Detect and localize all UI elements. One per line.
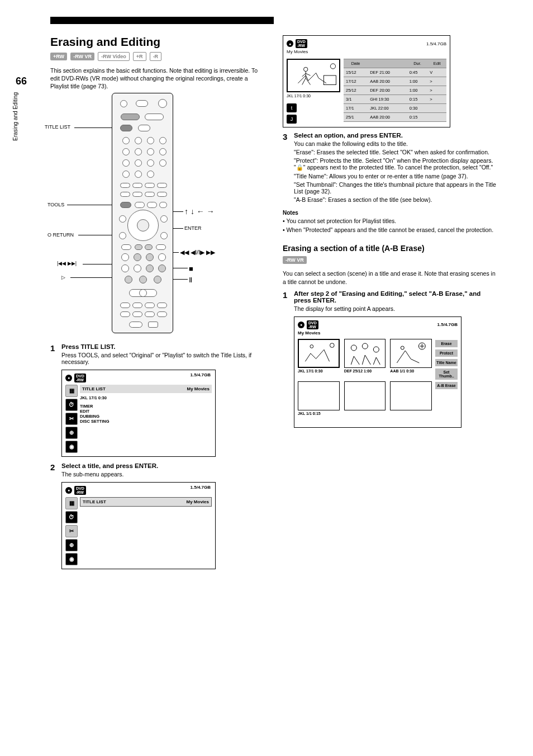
- label-tools: TOOLS: [47, 202, 64, 207]
- disc-badge: -RW VR: [70, 53, 94, 60]
- capacity-label: 1.5/4.7GB: [437, 322, 458, 327]
- osd-right-label: My Movies: [187, 499, 209, 504]
- note-item: • When "Protected" appears and the title…: [283, 226, 499, 234]
- label-play: ▷: [61, 275, 65, 280]
- svg-point-15: [401, 346, 404, 349]
- page-number: 66: [16, 75, 27, 87]
- svg-point-11: [351, 345, 356, 351]
- disc-icon: ●: [298, 322, 304, 328]
- header-bar: [50, 17, 274, 24]
- osd-icon: ⊕: [65, 539, 78, 551]
- ab-step-1: After step 2 of "Erasing and Editing," s…: [283, 290, 499, 428]
- subsection-heading: Erasing a section of a title (A-B Erase): [283, 244, 499, 253]
- list-scroll-up: t: [287, 103, 297, 112]
- dvdrw-badge: DVD-RW: [296, 39, 307, 48]
- remote-body: [112, 93, 173, 333]
- osd-icon: ▦: [65, 497, 78, 509]
- osd-small-text: JKL 17/1 0:30: [80, 395, 212, 400]
- step-1: Press TITLE LIST. Press TOOLS, and selec…: [50, 343, 267, 457]
- svg-point-9: [310, 344, 313, 348]
- thumbnail-preview: [287, 59, 340, 92]
- disc-icon: ●: [287, 40, 293, 47]
- osd-icon: ⏱: [65, 511, 78, 523]
- label-prev-next: |◀◀ ▶▶|: [57, 261, 77, 266]
- section-paragraph: You can select a section (scene) in a ti…: [283, 270, 499, 285]
- submenu-list: Erase Protect Title Name Set Thumb.. A-B…: [435, 340, 458, 424]
- svg-point-13: [373, 347, 379, 352]
- page-title: Erasing and Editing: [50, 35, 267, 49]
- osd-right-label: My Movies: [187, 386, 210, 391]
- disc-badge: -R: [150, 52, 162, 61]
- disc-icon: ●: [65, 487, 72, 494]
- osd-meta: 1.5/4.7GB: [191, 485, 211, 490]
- osd-row: TIMER: [80, 404, 212, 409]
- osd-row: EDIT: [80, 409, 212, 414]
- dvdrw-badge: DVD-RW: [74, 486, 86, 495]
- disc-badge: +RW: [50, 53, 67, 60]
- label-stop: ■: [189, 264, 193, 273]
- right-column: ● DVD-RW 1.5/4.7GB My Movies JKL 17/1 0:…: [283, 35, 499, 575]
- capacity-label: 1.5/4.7GB: [426, 41, 446, 46]
- grid-thumb: [390, 381, 432, 410]
- svg-point-12: [362, 343, 368, 349]
- disc-badge: -RW Video: [98, 52, 130, 61]
- grid-thumb: [298, 381, 340, 410]
- step-3: Select an option, and press ENTER. You c…: [283, 132, 499, 203]
- grid-caption: JKL 17/1 0:30: [298, 369, 340, 377]
- label-title-list: TITLE LIST: [45, 124, 70, 130]
- label-pause: Ⅱ: [189, 276, 192, 284]
- title-table: DateDur.Edit 15/12DEF 21:000:45V 17/12AA…: [344, 59, 446, 124]
- list-scroll-down: J: [287, 115, 297, 124]
- osd-icon: ◉: [65, 441, 78, 453]
- osd-row-label: TITLE LIST: [82, 386, 106, 391]
- label-enter: ENTER: [184, 225, 202, 231]
- dvdrw-badge: DVD-RW: [74, 374, 86, 382]
- list-title: My Movies: [298, 330, 458, 336]
- label-arrows: ↑ ↓ ← →: [184, 207, 215, 216]
- osd-icon: ✂: [65, 413, 78, 425]
- thumb-caption: JKL 17/1 0:30: [287, 94, 340, 98]
- osd-row: DUBBING: [80, 414, 212, 419]
- osd-menu-2: ● DVD-RW 1.5/4.7GB ▦ ⏱ ✂ ⊕ ◉: [61, 482, 216, 569]
- titlelist-screen: ● DVD-RW 1.5/4.7GB My Movies JKL 17/1 0:…: [283, 35, 450, 127]
- osd-row: DISC SETTING: [80, 419, 212, 424]
- osd-menu-1: ● DVD-RW 1.5/4.7GB ▦ ⏱ ✂ ⊕ ◉: [61, 370, 216, 457]
- main-steps: Press TITLE LIST. Press TOOLS, and selec…: [50, 343, 267, 569]
- dvdrw-badge: DVD-RW: [307, 320, 318, 329]
- osd-icon: ◉: [65, 553, 78, 565]
- disc-type-row: +RW -RW VR -RW Video +R -R: [50, 52, 267, 61]
- osd-icon: ⏱: [65, 399, 78, 411]
- left-column: Erasing and Editing +RW -RW VR -RW Video…: [50, 35, 267, 575]
- osd-meta: 1.5/4.7GB: [191, 372, 211, 377]
- step-2: Select a title, and press ENTER. The sub…: [50, 462, 267, 569]
- grid-thumb: [390, 339, 432, 368]
- osd-icon: ⊕: [65, 427, 78, 439]
- remote-illustration: TOOLS O RETURN |◀◀ ▶▶| ▷ TITLE LIST ↑ ↓ …: [50, 93, 267, 339]
- grid-thumb: [298, 339, 340, 368]
- grid-thumb: [344, 381, 386, 410]
- osd-icon: ▦: [65, 385, 78, 397]
- disc-badge: +R: [133, 52, 146, 61]
- disc-icon: ●: [65, 375, 72, 381]
- titlelist-grid-screen: ● DVD-RW 1.5/4.7GB My Movies: [294, 316, 461, 428]
- notes-heading: Notes: [283, 210, 499, 216]
- svg-point-10: [330, 343, 334, 347]
- grid-caption: AAB 1/1 0:30: [390, 369, 432, 377]
- osd-icon: ✂: [65, 525, 78, 537]
- note-item: • You cannot set protection for Playlist…: [283, 217, 499, 225]
- grid-thumb: [344, 339, 386, 368]
- label-scan: ◀◀ ◀Ⅰ/Ⅰ▶ ▶▶: [180, 249, 215, 256]
- disc-badge: -RW VR: [283, 256, 307, 264]
- intro-paragraph: This section explains the basic edit fun…: [50, 67, 267, 91]
- grid-caption: DEF 25/12 1:00: [344, 369, 386, 377]
- list-title: My Movies: [287, 49, 446, 54]
- label-return: O RETURN: [47, 232, 74, 238]
- section-tab: Erasing and Editing: [12, 92, 18, 141]
- grid-caption: JKL 1/1 0:15: [298, 412, 340, 419]
- osd-row-label: TITLE LIST: [83, 499, 106, 504]
